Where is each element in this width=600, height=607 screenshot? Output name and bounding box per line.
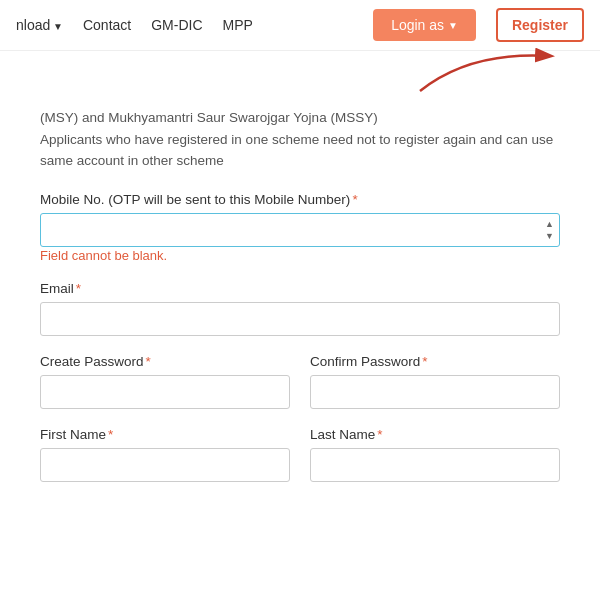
last-name-group: Last Name* [310,427,560,482]
create-password-required: * [146,354,151,369]
mobile-field-group: Mobile No. (OTP will be sent to this Mob… [40,192,560,263]
first-name-required: * [108,427,113,442]
nav-gm-dic[interactable]: GM-DIC [151,17,202,34]
create-password-input[interactable] [40,375,290,409]
nav-mpp[interactable]: MPP [223,17,253,33]
login-as-button[interactable]: Login as [373,9,476,41]
main-content: (MSY) and Mukhyamantri Saur Swarojgar Yo… [0,91,600,516]
mobile-label: Mobile No. (OTP will be sent to this Mob… [40,192,560,207]
nav-download[interactable]: nload [16,17,63,33]
confirm-password-input[interactable] [310,375,560,409]
email-label: Email* [40,281,560,296]
confirm-password-required: * [422,354,427,369]
email-required: * [76,281,81,296]
last-name-input[interactable] [310,448,560,482]
email-field-group: Email* [40,281,560,336]
register-button[interactable]: Register [496,8,584,42]
arrow-icon [410,41,570,96]
first-name-group: First Name* [40,427,290,482]
intro-line1: (MSY) and Mukhyamantri Saur Swarojgar Yo… [40,110,378,125]
mobile-input-wrapper: ▲ ▼ [40,213,560,247]
password-row: Create Password* Confirm Password* [40,354,560,427]
nav-contact[interactable]: Contact [83,17,131,33]
confirm-password-label: Confirm Password* [310,354,560,369]
last-name-label: Last Name* [310,427,560,442]
mobile-spinner-down[interactable]: ▼ [543,230,556,241]
email-input[interactable] [40,302,560,336]
mobile-input[interactable] [40,213,560,247]
intro-text: (MSY) and Mukhyamantri Saur Swarojgar Yo… [40,107,560,172]
mobile-spinner: ▲ ▼ [543,218,556,241]
intro-line2: Applicants who have registered in one sc… [40,132,553,169]
confirm-password-group: Confirm Password* [310,354,560,409]
name-row: First Name* Last Name* [40,427,560,500]
first-name-input[interactable] [40,448,290,482]
last-name-required: * [377,427,382,442]
create-password-label: Create Password* [40,354,290,369]
mobile-error: Field cannot be blank. [40,248,167,263]
arrow-decoration [0,51,600,91]
first-name-label: First Name* [40,427,290,442]
mobile-spinner-up[interactable]: ▲ [543,218,556,229]
mobile-required: * [352,192,357,207]
create-password-group: Create Password* [40,354,290,409]
